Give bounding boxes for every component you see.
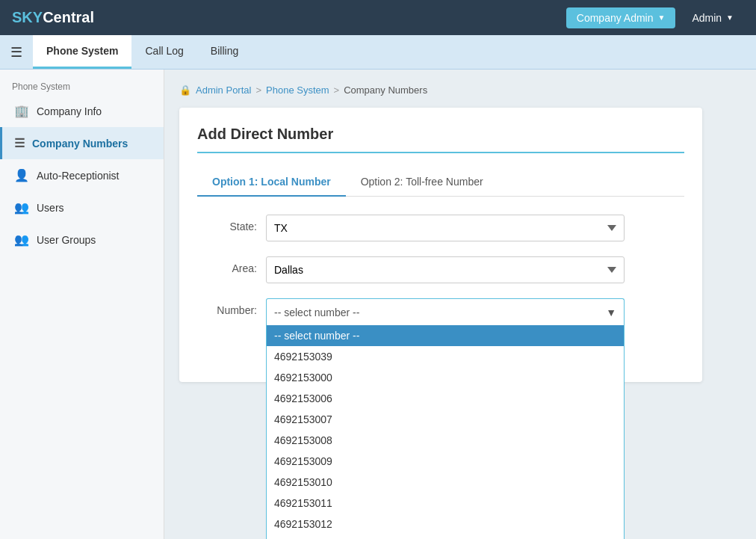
breadcrumb: 🔒 Admin Portal > Phone System > Company … [179,84,741,96]
number-dropdown-container: -- select number -- ▼ -- select number -… [266,298,625,325]
add-direct-number-card: Add Direct Number Option 1: Local Number… [179,108,702,382]
user-groups-icon: 👥 [14,232,29,247]
breadcrumb-company-numbers: Company Numbers [344,84,427,96]
number-dropdown-value: -- select number -- [274,307,359,318]
auto-receptionist-icon: 👤 [14,168,29,182]
breadcrumb-sep-2: > [334,84,340,96]
breadcrumb-icon: 🔒 [179,84,191,96]
tab-local-number[interactable]: Option 1: Local Number [197,168,346,197]
admin-label: Admin [692,12,722,24]
breadcrumb-admin-portal[interactable]: Admin Portal [196,84,251,96]
sidebar-item-users-label: Users [37,202,64,214]
dropdown-list-item[interactable]: 4692153010 [267,472,624,493]
card-title: Add Direct Number [197,126,684,153]
breadcrumb-phone-system[interactable]: Phone System [266,84,329,96]
sidebar-item-user-groups-label: User Groups [37,234,96,246]
breadcrumb-sep-1: > [255,84,261,96]
dropdown-list-item[interactable]: 4692153039 [267,346,624,367]
logo-central: Central [43,9,94,25]
dropdown-list-item[interactable]: 4692153006 [267,388,624,409]
number-dropdown-list[interactable]: -- select number --469215303946921530004… [266,325,625,539]
dropdown-list-item[interactable]: 4692153008 [267,430,624,451]
company-admin-caret: ▼ [658,13,666,22]
sidebar-item-company-numbers-label: Company Numbers [32,138,128,150]
number-label: Number: [197,298,257,316]
sidebar-section-label: Phone System [0,76,164,95]
tabs: Option 1: Local Number Option 2: Toll-fr… [197,168,684,197]
dropdown-list-item[interactable]: 4692153012 [267,514,624,535]
top-nav-right: Company Admin ▼ Admin ▼ [566,7,744,28]
sidebar-item-company-info-label: Company Info [37,105,102,117]
nav-billing[interactable]: Billing [197,35,252,69]
sidebar-item-user-groups[interactable]: 👥 User Groups [0,224,164,256]
logo-sky: SKY [12,9,43,25]
company-info-icon: 🏢 [14,104,29,118]
area-row: Area: Dallas [197,256,684,283]
admin-button[interactable]: Admin ▼ [681,7,744,28]
number-dropdown-selected[interactable]: -- select number -- ▼ [266,298,625,325]
admin-caret: ▼ [726,13,734,22]
state-select[interactable]: TX [266,215,625,241]
sidebar: Phone System 🏢 Company Info ☰ Company Nu… [0,70,164,539]
area-select[interactable]: Dallas [266,256,625,283]
sidebar-item-users[interactable]: 👥 Users [0,191,164,224]
nav-call-log[interactable]: Call Log [131,35,196,69]
dropdown-list-item[interactable]: 4692153007 [267,409,624,430]
company-admin-button[interactable]: Company Admin ▼ [566,7,676,28]
dropdown-caret-icon: ▼ [606,307,616,318]
tab-tollfree-number[interactable]: Option 2: Toll-free Number [346,168,498,197]
dropdown-list-item[interactable]: -- select number -- [267,325,624,346]
dropdown-list-item[interactable]: 4692153011 [267,493,624,514]
main-layout: Phone System 🏢 Company Info ☰ Company Nu… [0,70,756,539]
users-icon: 👥 [14,200,29,215]
dropdown-list-item[interactable]: 4692153013 [267,535,624,539]
content-area: 🔒 Admin Portal > Phone System > Company … [164,70,756,539]
nav-phone-system[interactable]: Phone System [33,35,131,69]
number-row: Number: -- select number -- ▼ -- select … [197,298,684,325]
top-nav: SKYCentral Company Admin ▼ Admin ▼ [0,0,756,35]
sidebar-item-auto-receptionist[interactable]: 👤 Auto-Receptionist [0,159,164,191]
company-numbers-icon: ☰ [14,136,25,150]
hamburger-menu[interactable]: ☰ [0,35,33,69]
dropdown-list-item[interactable]: 4692153009 [267,451,624,472]
sidebar-item-company-info[interactable]: 🏢 Company Info [0,95,164,127]
company-admin-label: Company Admin [577,12,654,24]
state-label: State: [197,215,257,232]
area-label: Area: [197,256,257,274]
sidebar-item-company-numbers[interactable]: ☰ Company Numbers [0,127,164,159]
sidebar-item-auto-receptionist-label: Auto-Receptionist [37,170,120,182]
app-logo: SKYCentral [12,9,94,26]
secondary-nav: ☰ Phone System Call Log Billing [0,35,756,70]
dropdown-list-item[interactable]: 4692153000 [267,367,624,388]
state-row: State: TX [197,215,684,241]
